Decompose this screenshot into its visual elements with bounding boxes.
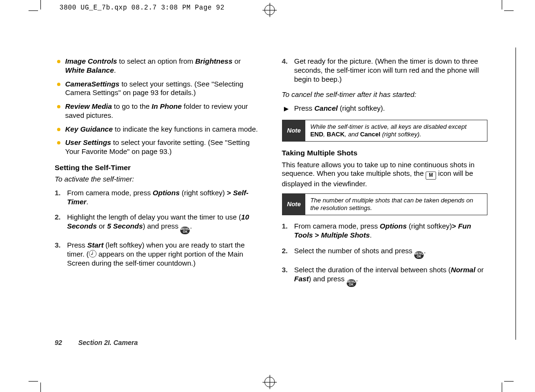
text: . xyxy=(370,231,372,239)
sublead: To activate the self-timer: xyxy=(55,175,261,184)
term: CameraSettings xyxy=(65,80,119,88)
text: Get ready for the picture. (When the tim… xyxy=(294,57,479,83)
term: Start xyxy=(88,241,104,249)
text: From camera mode, press xyxy=(294,222,380,230)
text: ) and press xyxy=(309,275,346,283)
term: Options xyxy=(380,222,407,230)
list-item: User Settings to select your favorite se… xyxy=(55,138,261,156)
sublead: To cancel the self-timer after it has st… xyxy=(282,90,488,99)
text: Select the duration of the interval betw… xyxy=(294,266,451,274)
term: 5 Seconds xyxy=(107,222,143,230)
step-item: 2. Select the number of shots and press … xyxy=(282,247,488,259)
print-slug: 3800 UG_E_7b.qxp 08.2.7 3:08 PM Page 92 xyxy=(59,4,224,11)
steps-continued: 4. Get ready for the picture. (When the … xyxy=(282,57,488,84)
text: (right softkey). xyxy=(380,131,421,138)
bullet-icon xyxy=(57,83,60,86)
term: Options xyxy=(153,189,180,197)
right-column: 4. Get ready for the picture. (When the … xyxy=(282,57,488,337)
step-number: 4. xyxy=(282,57,288,66)
menu-ok-icon: MENUOK xyxy=(180,227,190,234)
text: to select an option from xyxy=(117,57,195,65)
key-name: END xyxy=(310,131,323,138)
term: User Settings xyxy=(65,138,111,146)
text: , xyxy=(323,131,327,138)
note-label: Note xyxy=(282,194,306,215)
crop-mark xyxy=(502,382,502,392)
term: Review Media xyxy=(65,102,112,110)
term: Image Controls xyxy=(65,57,117,65)
list-item: Key Guidance to indicate the key functio… xyxy=(55,125,261,134)
bullet-icon xyxy=(57,141,60,144)
option-list: Image Controls to select an option from … xyxy=(55,57,261,156)
term: Normal xyxy=(451,266,476,274)
intro-text: This feature allows you to take up to ni… xyxy=(282,161,488,189)
crop-mark xyxy=(40,0,41,10)
step-number: 1. xyxy=(282,222,288,231)
menu-ok-icon: MENUOK xyxy=(347,279,356,287)
text: (right softkey). xyxy=(338,104,385,112)
step-number: 2. xyxy=(55,213,61,222)
term: Multiple Shots xyxy=(321,231,370,239)
crop-mark xyxy=(40,382,41,392)
term: White Balance xyxy=(65,66,114,74)
crop-mark xyxy=(29,10,38,11)
note-text: While the self-timer is active, all keys… xyxy=(305,120,487,142)
text: or xyxy=(97,222,107,230)
text: . xyxy=(190,222,192,230)
text: While the self-timer is active, all keys… xyxy=(310,123,467,130)
menu-ok-icon: MENUOK xyxy=(414,251,424,259)
text: and xyxy=(348,131,360,138)
text: Press xyxy=(67,241,88,249)
term: Cancel xyxy=(314,104,338,112)
text: . xyxy=(424,247,426,255)
text: , xyxy=(345,131,348,138)
left-column: Image Controls to select an option from … xyxy=(55,57,261,337)
step-number: 3. xyxy=(282,266,288,275)
step-item: 4. Get ready for the picture. (When the … xyxy=(282,57,488,84)
page-number: 92 xyxy=(55,339,62,346)
text: . xyxy=(114,66,116,74)
term: Key Guidance xyxy=(65,125,113,133)
registration-mark-icon xyxy=(264,377,275,387)
text: . xyxy=(87,198,88,206)
multishot-icon: M xyxy=(426,172,436,180)
crop-mark xyxy=(504,381,514,382)
list-item: CameraSettings to select your settings. … xyxy=(55,80,261,98)
text: or xyxy=(233,57,241,65)
term: Brightness xyxy=(195,57,232,65)
step-item: 1. From camera mode, press Options (righ… xyxy=(282,222,488,240)
list-item: Review Media to go to the In Phone folde… xyxy=(55,102,261,120)
term: In Phone xyxy=(152,102,182,110)
note-text: The number of multiple shots that can be… xyxy=(305,194,487,215)
text: to go to the xyxy=(112,102,151,110)
step-number: 3. xyxy=(55,241,61,250)
step-item: 3. Press Start (left softkey) when you a… xyxy=(55,241,261,268)
text: or xyxy=(476,266,484,274)
page-footer: 92 Section 2I. Camera xyxy=(55,339,138,346)
steps-list: 1. From camera mode, press Options (righ… xyxy=(282,222,488,287)
crop-mark xyxy=(504,10,514,11)
step-number: 2. xyxy=(282,247,288,256)
bullet-icon xyxy=(57,105,60,108)
text: From camera mode, press xyxy=(67,189,153,197)
heading-multiple-shots: Taking Multiple Shots xyxy=(282,148,488,157)
arrow-step: ▶ Press Cancel (right softkey). xyxy=(282,104,488,113)
clock-icon xyxy=(89,250,97,258)
crop-mark xyxy=(502,0,502,10)
bullet-icon xyxy=(57,128,60,131)
note-label: Note xyxy=(282,120,306,142)
text: to indicate the key functions in camera … xyxy=(113,125,258,133)
gt: > xyxy=(452,222,456,230)
note-box: Note The number of multiple shots that c… xyxy=(282,193,488,216)
text: ) and press xyxy=(143,222,180,230)
text: (right softkey) xyxy=(407,222,452,230)
step-number: 1. xyxy=(55,189,61,198)
step-item: 3. Select the duration of the interval b… xyxy=(282,266,488,287)
arrow-icon: ▶ xyxy=(284,105,289,113)
note-box: Note While the self-timer is active, all… xyxy=(282,120,488,142)
term: Fast xyxy=(294,275,309,283)
text: Press xyxy=(294,104,315,112)
text: (right softkey) xyxy=(180,189,227,197)
crop-mark xyxy=(29,381,38,382)
text: Highlight the length of delay you want t… xyxy=(67,213,241,221)
